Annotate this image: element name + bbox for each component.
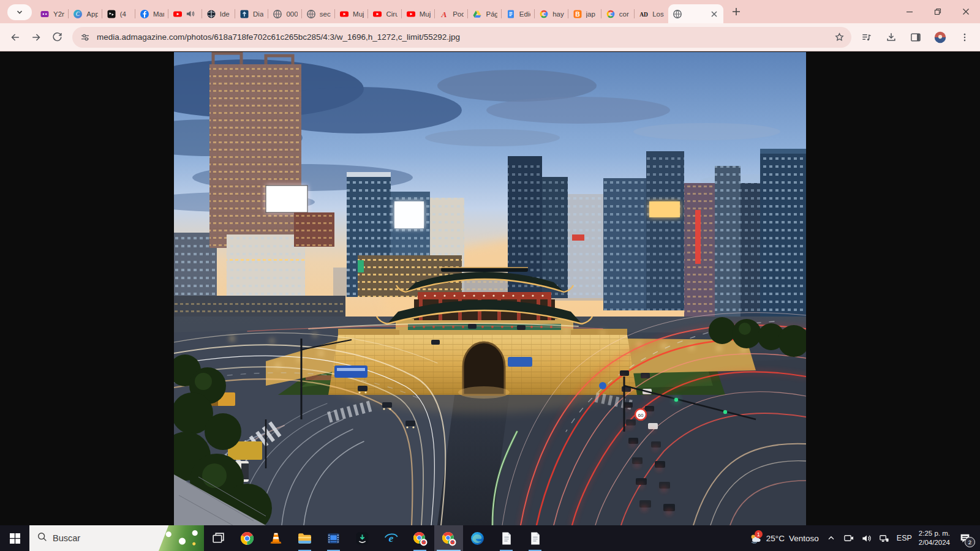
temperature-text: 25°C <box>766 534 785 543</box>
reload-button[interactable] <box>47 27 67 48</box>
action-center-button[interactable]: 2 <box>957 530 973 546</box>
blogger-favicon-icon: B <box>573 9 582 19</box>
clock-widget[interactable]: 2:25 p. m. 2/04/2024 <box>919 529 950 547</box>
capcut-favicon-icon <box>107 9 116 19</box>
side-panel-icon <box>910 31 922 43</box>
tab[interactable]: Y2m <box>36 4 69 23</box>
svg-text:C: C <box>76 11 80 17</box>
taskbar-app-task-view[interactable] <box>204 525 233 551</box>
tab[interactable] <box>168 4 202 23</box>
notepad-1-icon <box>499 531 514 546</box>
start-button[interactable] <box>0 525 29 551</box>
tab-title: 000 <box>286 10 297 18</box>
youtube-favicon-icon <box>372 9 382 19</box>
tab-audio-icon[interactable] <box>186 9 195 18</box>
youtube-favicon-icon <box>406 9 416 19</box>
tab-active[interactable] <box>668 4 723 23</box>
red-a-favicon-icon: A <box>439 9 449 19</box>
avatar-icon <box>933 31 947 44</box>
browser-toolbar: media.admagazine.com/photos/618a718fe702… <box>0 23 980 51</box>
minimize-button[interactable] <box>895 0 924 23</box>
taskbar-app-chrome-profile-2[interactable] <box>434 525 463 551</box>
volume-icon[interactable] <box>861 533 872 544</box>
google-favicon-icon <box>539 9 549 19</box>
media-controls-button[interactable] <box>856 27 877 48</box>
taskbar-app-chrome-profile-1[interactable] <box>405 525 434 551</box>
tab[interactable]: Pág <box>468 4 501 23</box>
download-button[interactable] <box>881 27 902 48</box>
tab[interactable]: Dia <box>235 4 268 23</box>
url-text[interactable]: media.admagazine.com/photos/618a718fe702… <box>97 32 831 42</box>
photo-image[interactable]: 60 <box>174 52 806 525</box>
language-indicator[interactable]: ESP <box>897 534 912 542</box>
tab-search-button[interactable] <box>7 4 32 20</box>
movies-tv-icon <box>326 531 341 546</box>
tab[interactable]: 000 <box>268 4 301 23</box>
tab[interactable]: Muj <box>402 4 435 23</box>
profile-avatar[interactable] <box>930 27 951 48</box>
side-panel-button[interactable] <box>905 27 926 48</box>
tab[interactable]: Mar <box>135 4 168 23</box>
taskbar-search-input[interactable]: Buscar <box>29 525 204 551</box>
tab-title: Mar <box>153 10 164 18</box>
tab-title: Muj <box>420 10 431 18</box>
network-icon[interactable] <box>879 533 890 544</box>
search-icon <box>37 531 48 545</box>
restore-button[interactable] <box>924 0 952 23</box>
taskbar-app-vlc[interactable] <box>262 525 290 551</box>
hidden-icons-chevron[interactable] <box>826 533 837 544</box>
taskbar-app-file-explorer[interactable] <box>290 525 319 551</box>
youtube-favicon-icon <box>339 9 349 19</box>
tab-title: hay <box>552 10 564 18</box>
taskbar-app-notepad-1[interactable] <box>492 525 521 551</box>
back-button[interactable] <box>5 27 26 48</box>
toolbar-actions <box>856 27 975 48</box>
image-viewer-background: 60 <box>0 52 980 525</box>
bookmark-button[interactable] <box>831 29 848 46</box>
tab-title: sec <box>320 10 331 18</box>
tab[interactable]: Edic <box>502 4 535 23</box>
taskbar-app-internet-explorer[interactable]: e <box>377 525 405 551</box>
globe-favicon-icon <box>273 9 282 19</box>
svg-text:A: A <box>441 9 447 18</box>
tab[interactable]: cor <box>601 4 635 23</box>
tab[interactable]: Bjap <box>568 4 601 23</box>
taskbar-app-edge[interactable] <box>463 525 492 551</box>
tab[interactable]: CApp <box>69 4 102 23</box>
taskbar-app-notepad-2[interactable] <box>521 525 549 551</box>
tab-title: Edic <box>519 10 530 18</box>
drive-favicon-icon <box>472 9 482 19</box>
tab[interactable]: Muj <box>335 4 368 23</box>
tab[interactable]: Ciru <box>368 4 401 23</box>
close-window-button[interactable] <box>952 0 980 23</box>
tab-title: cor <box>619 10 629 18</box>
task-view-icon <box>211 531 226 546</box>
youtube-favicon-icon <box>173 9 183 19</box>
windows-taskbar: Buscar e 1 25°C Ventoso ESP 2:25 p <box>0 525 980 551</box>
tab[interactable]: (4 <box>102 4 135 23</box>
tab[interactable]: Ide <box>202 4 235 23</box>
meet-now-icon[interactable] <box>843 533 854 544</box>
taskbar-app-media-downloader[interactable] <box>348 525 377 551</box>
address-bar[interactable]: media.admagazine.com/photos/618a718fe702… <box>72 27 851 48</box>
forward-button[interactable] <box>26 27 47 48</box>
tab-title: Pod <box>453 10 464 18</box>
tab[interactable]: sec <box>302 4 335 23</box>
taskbar-app-movies-tv[interactable] <box>319 525 348 551</box>
tab[interactable]: ADLos <box>635 4 668 23</box>
kebab-menu-icon <box>959 32 970 43</box>
reload-icon <box>51 31 63 43</box>
close-icon <box>962 8 970 15</box>
tab[interactable]: hay <box>535 4 568 23</box>
tab[interactable]: APod <box>435 4 468 23</box>
notepad-2-icon <box>527 531 543 546</box>
tab-title: Los <box>652 10 663 18</box>
facebook-favicon-icon <box>140 9 149 19</box>
chrome-icon <box>239 531 255 546</box>
taskbar-app-chrome[interactable] <box>233 525 262 551</box>
tab-close-button[interactable] <box>709 9 719 19</box>
new-tab-button[interactable] <box>728 3 745 20</box>
weather-widget[interactable]: 1 25°C Ventoso <box>747 533 819 544</box>
arrow-app-favicon-icon <box>239 9 249 19</box>
menu-button[interactable] <box>954 27 975 48</box>
